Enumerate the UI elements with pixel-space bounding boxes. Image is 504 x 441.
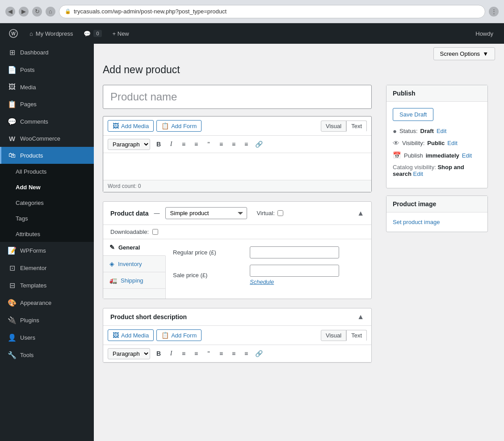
short-desc-text-tab[interactable]: Text <box>346 330 367 341</box>
publish-body: Save Draft ● Status: Draft Edit 👁 Visibi <box>386 102 487 188</box>
screen-options-label: Screen Options <box>440 50 480 57</box>
add-media-icon: 🖼 <box>113 122 119 129</box>
align-right-button[interactable]: ≡ <box>240 138 252 150</box>
page-title: Add new product <box>103 64 495 76</box>
text-tab[interactable]: Text <box>346 121 367 132</box>
screen-options-button[interactable]: Screen Options ▼ <box>433 47 495 60</box>
catalog-vis-edit-link[interactable]: Edit <box>413 171 423 177</box>
sidebar-item-appearance[interactable]: 🎨 Appearance <box>0 294 94 312</box>
blockquote-button[interactable]: " <box>203 138 214 150</box>
reload-button[interactable]: ↻ <box>32 7 42 17</box>
regular-price-row: Regular price (£) <box>173 246 364 258</box>
short-desc-align-center-button[interactable]: ≡ <box>228 348 239 359</box>
save-draft-button[interactable]: Save Draft <box>393 108 433 121</box>
right-sidebar: Publish Save Draft ● Status: Draft Edit <box>379 85 495 372</box>
elementor-icon: ⊡ <box>8 264 17 272</box>
short-desc-align-left-button[interactable]: ≡ <box>215 348 227 359</box>
virtual-checkbox[interactable] <box>277 210 283 216</box>
admin-bar-comments[interactable]: 💬 0 <box>78 23 107 44</box>
sidebar-item-pages[interactable]: 📋 Pages <box>0 96 94 113</box>
pd-tab-inventory[interactable]: ◈ Inventory <box>103 256 165 272</box>
downloadable-label: Downloadable: <box>110 229 149 235</box>
publish-edit-link[interactable]: Edit <box>462 152 472 159</box>
media-icon: 🖼 <box>8 83 17 91</box>
schedule-link[interactable]: Schedule <box>250 279 274 285</box>
product-type-select[interactable]: Simple product Variable product Grouped … <box>165 207 247 219</box>
sidebar-item-comments[interactable]: 💬 Comments <box>0 113 94 130</box>
align-left-button[interactable]: ≡ <box>215 138 227 150</box>
editor-media-left: 🖼 Add Media 📋 Add Form <box>108 120 202 132</box>
sidebar-item-plugins[interactable]: 🔌 Plugins <box>0 312 94 329</box>
virtual-check: Virtual: <box>257 210 283 216</box>
sidebar-item-templates[interactable]: ⊟ Templates <box>0 277 94 294</box>
sidebar-item-media[interactable]: 🖼 Media <box>0 79 94 96</box>
short-desc-ol-button[interactable]: ≡ <box>190 348 202 359</box>
address-bar[interactable]: 🔒 trycasuals.com/wp-admin/post-new.php?p… <box>59 5 485 18</box>
link-button[interactable]: 🔗 <box>253 138 265 150</box>
downloadable-checkbox[interactable] <box>152 229 158 235</box>
sidebar-item-tags[interactable]: Tags <box>0 211 94 226</box>
extensions-button[interactable]: ⋮ <box>489 7 499 17</box>
sidebar-item-woocommerce[interactable]: W WooCommerce <box>0 130 94 147</box>
sidebar-item-label: Appearance <box>20 300 51 306</box>
sidebar-item-elementor[interactable]: ⊡ Elementor <box>0 259 94 277</box>
italic-button[interactable]: I <box>165 138 177 150</box>
sidebar-item-dashboard[interactable]: ⊞ Dashboard <box>0 44 94 61</box>
short-desc-visual-tab[interactable]: Visual <box>321 330 346 341</box>
sidebar-item-attributes[interactable]: Attributes <box>0 226 94 242</box>
short-desc-add-form-label: Add Form <box>171 332 197 339</box>
short-desc-add-media-button[interactable]: 🖼 Add Media <box>108 329 154 341</box>
calendar-icon: 📅 <box>393 151 401 159</box>
short-desc-collapse[interactable]: ▲ <box>357 313 364 321</box>
add-media-button[interactable]: 🖼 Add Media <box>108 120 154 132</box>
short-desc-add-form-button[interactable]: 📋 Add Form <box>156 329 202 341</box>
short-desc-ul-button[interactable]: ≡ <box>178 348 189 359</box>
back-button[interactable]: ◀ <box>5 7 15 17</box>
pd-tab-general[interactable]: ✎ General <box>103 239 166 256</box>
admin-bar-site[interactable]: ⌂ My Wordpress <box>24 23 78 44</box>
all-products-label: All Products <box>16 168 46 175</box>
short-desc-italic-button[interactable]: I <box>165 348 177 359</box>
sidebar-item-label: Users <box>20 334 35 341</box>
unordered-list-button[interactable]: ≡ <box>178 138 189 150</box>
editor-body[interactable] <box>103 153 371 180</box>
wp-logo[interactable]: W <box>5 25 21 42</box>
paragraph-select[interactable]: Paragraph <box>108 139 150 150</box>
product-name-input[interactable] <box>103 85 372 109</box>
align-center-button[interactable]: ≡ <box>228 138 239 150</box>
sidebar-item-add-new[interactable]: Add New <box>0 179 94 195</box>
visual-tab[interactable]: Visual <box>321 121 346 132</box>
sidebar-item-all-products[interactable]: All Products <box>0 164 94 179</box>
sale-price-input[interactable] <box>250 265 339 277</box>
status-edit-link[interactable]: Edit <box>437 128 446 134</box>
short-desc-link-button[interactable]: 🔗 <box>253 348 265 359</box>
sidebar-item-tools[interactable]: 🔧 Tools <box>0 346 94 364</box>
left-column: 🖼 Add Media 📋 Add Form Visual <box>103 85 372 372</box>
attributes-label: Attributes <box>16 231 40 237</box>
visibility-edit-link[interactable]: Edit <box>447 140 457 146</box>
forward-button[interactable]: ▶ <box>19 7 29 17</box>
bold-button[interactable]: B <box>153 138 164 150</box>
page-title-text: Add new product <box>103 64 180 75</box>
ordered-list-button[interactable]: ≡ <box>190 138 202 150</box>
sidebar-item-categories[interactable]: Categories <box>0 195 94 211</box>
sidebar-item-posts[interactable]: 📄 Posts <box>0 61 94 79</box>
short-desc-bold-button[interactable]: B <box>153 348 164 359</box>
set-product-image-link[interactable]: Set product image <box>393 219 440 225</box>
regular-price-input[interactable] <box>250 246 339 258</box>
short-desc-paragraph-select[interactable]: Paragraph <box>108 348 150 359</box>
collapse-button[interactable]: ▲ <box>357 209 364 217</box>
sidebar-item-wpforms[interactable]: 📝 WPForms <box>0 242 94 259</box>
short-desc-blockquote-button[interactable]: " <box>203 348 214 359</box>
home-icon: ⌂ <box>29 30 33 37</box>
sidebar-item-label: Products <box>20 152 43 159</box>
short-desc-align-right-button[interactable]: ≡ <box>240 348 252 359</box>
pd-tab-shipping[interactable]: 🚛 Shipping <box>103 272 165 289</box>
admin-bar-new[interactable]: + New <box>107 23 134 44</box>
product-image-body: Set product image <box>386 212 487 232</box>
sidebar-item-products[interactable]: 🛍 Products <box>0 147 94 164</box>
home-button[interactable]: ⌂ <box>46 7 55 17</box>
sidebar-item-users[interactable]: 👤 Users <box>0 329 94 346</box>
add-form-button[interactable]: 📋 Add Form <box>156 120 202 132</box>
general-tab-icon: ✎ <box>109 244 115 251</box>
